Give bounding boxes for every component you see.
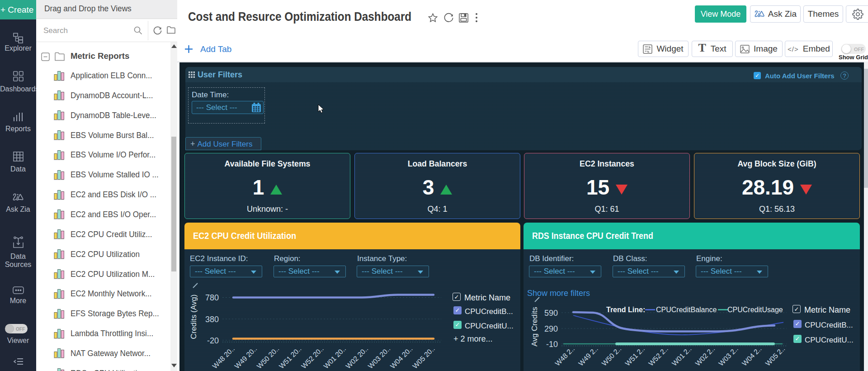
svg-text:W48 2..: W48 2..: [553, 345, 576, 367]
svg-text:W49 20..: W49 20..: [233, 345, 258, 370]
svg-text:W03 2..: W03 2..: [717, 345, 740, 367]
svg-text:W05 20..: W05 20..: [411, 345, 436, 370]
svg-text:W52 20..: W52 20..: [300, 345, 325, 370]
svg-text:W50 2..: W50 2..: [600, 345, 623, 367]
svg-text:W51 20..: W51 20..: [278, 345, 303, 370]
svg-text:W50 20..: W50 20..: [255, 345, 281, 370]
svg-text:W01 2..: W01 2..: [670, 345, 693, 367]
svg-text:W03 20..: W03 20..: [367, 345, 392, 370]
svg-text:W01 20..: W01 20..: [322, 345, 347, 370]
svg-text:W04 20..: W04 20..: [389, 345, 414, 370]
svg-text:W51 2..: W51 2..: [623, 345, 646, 367]
svg-text:W04 2..: W04 2..: [741, 345, 763, 367]
svg-text:W02 20..: W02 20..: [344, 345, 369, 370]
svg-text:W02 2..: W02 2..: [694, 345, 717, 367]
svg-text:W52 2..: W52 2..: [647, 345, 670, 367]
svg-text:W49 2..: W49 2..: [577, 345, 599, 367]
svg-text:W05 2..: W05 2..: [764, 345, 787, 367]
svg-text:W48 20..: W48 20..: [211, 345, 236, 370]
